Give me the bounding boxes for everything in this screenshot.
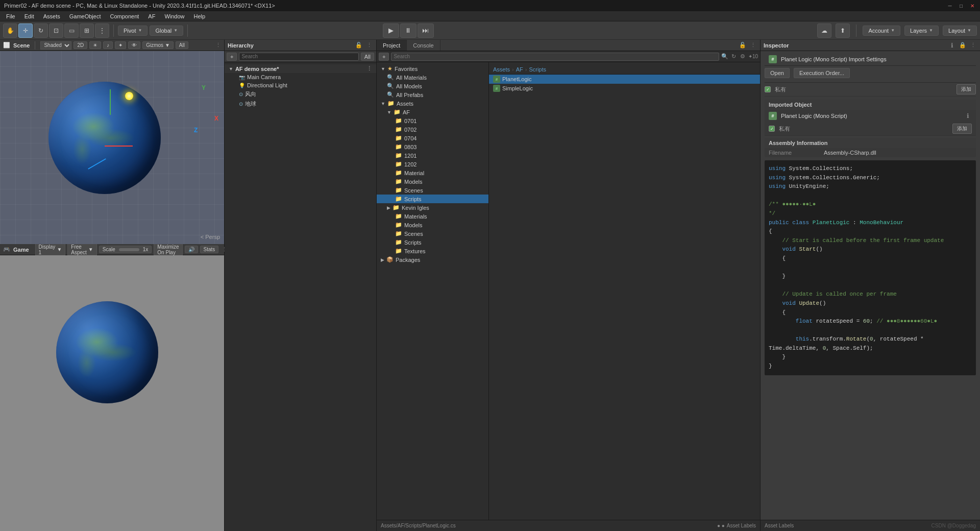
inspector-info-icon[interactable]: ℹ [948,41,956,50]
folder-models-k[interactable]: 📁 Models [377,221,488,229]
folder-kevin[interactable]: ▶ 📁 Kevin Igles [377,203,488,212]
layout-button[interactable]: Layout ▼ [943,26,977,36]
folder-0702[interactable]: 📁 0702 [377,125,488,134]
pause-button[interactable]: ⏸ [400,23,416,38]
fav-all-prefabs[interactable]: 🔍 All Prefabs [377,90,488,99]
aspect-dropdown[interactable]: Free Aspect ▼ [67,243,96,256]
hier-item-dirlight[interactable]: 💡 Directional Light [225,81,376,89]
fav-all-models[interactable]: 🔍 All Models [377,82,488,90]
folder-0704[interactable]: 📁 0704 [377,134,488,142]
move-tool-button[interactable]: ✛ [18,23,33,38]
project-lock-icon[interactable]: 🔓 [738,42,747,49]
scene-lighting-btn[interactable]: ☀ [89,41,101,49]
project-add-btn[interactable]: + [379,53,389,61]
menu-file[interactable]: File [2,12,19,20]
display-dropdown[interactable]: Display 1 ▼ [35,243,66,256]
hier-lock-icon[interactable]: 🔓 [354,42,363,49]
maximize-on-play-btn[interactable]: Maximize On Play [154,243,182,256]
collab-button[interactable]: ☁ [817,23,831,38]
breadcrumb-assets[interactable]: Assets [493,66,510,73]
exec-order-button[interactable]: Execution Order... [794,68,850,78]
folder-scripts-af[interactable]: 📁 Scripts [377,195,488,203]
menu-af[interactable]: AF [144,12,159,20]
step-button[interactable]: ⏭ [418,23,434,38]
imported-info-icon[interactable]: ℹ [964,112,972,120]
close-button[interactable]: ✕ [969,2,976,9]
menu-component[interactable]: Component [106,12,143,20]
folder-1202[interactable]: 📁 1202 [377,160,488,168]
breadcrumb-scripts[interactable]: Scripts [529,66,546,73]
project-search[interactable] [391,53,719,61]
gizmos-btn[interactable]: Gizmos ▼ [142,41,174,49]
assets-af[interactable]: ▼ 📁 AF [377,108,488,116]
2d-toggle[interactable]: 2D [74,41,87,49]
menu-window[interactable]: Window [160,12,188,20]
rect-tool-button[interactable]: ▭ [64,23,79,38]
tab-project[interactable]: Project [377,40,407,51]
private-checkbox-2[interactable]: ✓ [769,126,775,132]
inspector-lock-icon[interactable]: 🔒 [958,42,967,49]
asset-labels-btn[interactable]: ● ● [717,523,725,528]
add-btn-1[interactable]: 添加 [957,84,976,94]
breadcrumb-af[interactable]: AF [516,66,523,73]
hier-dots-icon[interactable]: ⋮ [365,42,373,49]
packages-root[interactable]: ▶ 📦 Packages [377,255,488,264]
hier-item-maincamera[interactable]: 📷 Main Camera [225,73,376,81]
scale-tool-button[interactable]: ⊡ [49,23,63,38]
fav-all-materials[interactable]: 🔍 All Materials [377,73,488,82]
open-script-button[interactable]: Open [765,68,790,78]
file-planetlogic[interactable]: # PlanetLogic [489,75,760,84]
scale-control[interactable]: Scale 1x [99,246,152,253]
hier-scene-dots[interactable]: ⋮ [366,65,372,72]
hand-tool-button[interactable]: ✋ [3,23,17,38]
global-button[interactable]: Global ▼ [150,26,183,36]
menu-edit[interactable]: Edit [20,12,38,20]
hier-item-earth[interactable]: ⊙ 地球 [225,99,376,109]
tab-console[interactable]: Console [407,40,440,51]
project-settings-icon[interactable]: ⚙ [739,53,746,60]
folder-materials-k[interactable]: 📁 Materials [377,212,488,221]
game-viewport[interactable] [0,255,224,531]
folder-material[interactable]: 📁 Material [377,168,488,177]
rotate-tool-button[interactable]: ↻ [34,23,48,38]
stats-btn[interactable]: Stats [200,246,219,253]
folder-1201[interactable]: 📁 1201 [377,151,488,160]
all-btn[interactable]: All [176,41,188,49]
hier-add-btn[interactable]: + [227,53,237,61]
extra-tool-button[interactable]: ⋮ [95,23,109,38]
shaded-dropdown[interactable]: Shaded [40,41,71,50]
project-refresh-icon[interactable]: ↻ [730,53,737,60]
scene-audio-btn[interactable]: ♪ [103,41,113,49]
menu-help[interactable]: Help [190,12,210,20]
transform-tool-button[interactable]: ⊞ [80,23,94,38]
folder-0803[interactable]: 📁 0803 [377,142,488,151]
layers-button[interactable]: Layers ▼ [904,26,939,36]
inspector-dots-icon[interactable]: ⋮ [969,42,977,49]
scene-menu-dots[interactable]: ⋮ [215,42,221,49]
folder-scripts-k[interactable]: 📁 Scripts [377,238,488,247]
hier-scene-root[interactable]: ▼ AF demo scene* ⋮ [225,64,376,73]
folder-scenes-af[interactable]: 📁 Scenes [377,186,488,195]
mute-audio-btn[interactable]: 🔊 [185,246,198,253]
scale-slider[interactable] [119,248,139,251]
scene-viewport[interactable]: Y X Z < Persp [0,51,224,244]
file-simplelogic[interactable]: # SimpleLogic [489,84,760,93]
hier-item-wind[interactable]: ⊙ 风向 [225,89,376,99]
folder-textures-k[interactable]: 📁 Textures [377,247,488,255]
folder-scenes-k[interactable]: 📁 Scenes [377,229,488,238]
private-checkbox-1[interactable]: ✓ [765,86,771,92]
favorites-root[interactable]: ▼ ★ Favorites [377,64,488,73]
menu-gameobject[interactable]: GameObject [65,12,105,20]
folder-0701[interactable]: 📁 0701 [377,116,488,125]
menu-assets[interactable]: Assets [39,12,64,20]
pivot-button[interactable]: Pivot ▼ [118,26,148,36]
scene-hide-btn[interactable]: 👁 [128,41,140,49]
add-btn-2[interactable]: 添加 [952,124,972,134]
folder-models-af[interactable]: 📁 Models [377,177,488,186]
scene-effects-btn[interactable]: ✦ [115,41,126,49]
assets-root[interactable]: ▼ 📁 Assets [377,99,488,108]
cloud-button[interactable]: ⬆ [836,23,850,38]
account-button[interactable]: Account ▼ [863,26,900,36]
hierarchy-search[interactable] [239,53,358,61]
minimize-button[interactable]: ─ [946,2,953,9]
